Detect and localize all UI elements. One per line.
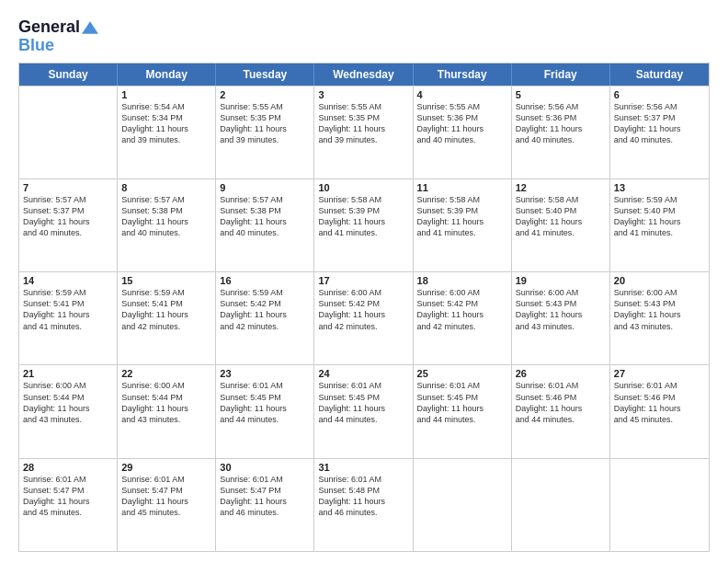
day-number: 17: [318, 275, 408, 286]
day-info: Sunrise: 5:56 AM Sunset: 5:37 PM Dayligh…: [614, 101, 705, 146]
calendar-cell-4: 4Sunrise: 5:55 AM Sunset: 5:36 PM Daylig…: [414, 86, 512, 178]
day-info: Sunrise: 5:58 AM Sunset: 5:39 PM Dayligh…: [318, 194, 408, 239]
calendar-row-1: 1Sunrise: 5:54 AM Sunset: 5:34 PM Daylig…: [19, 86, 709, 178]
day-number: 2: [220, 89, 310, 100]
day-info: Sunrise: 6:00 AM Sunset: 5:43 PM Dayligh…: [614, 287, 705, 332]
day-info: Sunrise: 6:01 AM Sunset: 5:47 PM Dayligh…: [220, 474, 310, 519]
day-info: Sunrise: 5:55 AM Sunset: 5:36 PM Dayligh…: [417, 101, 507, 146]
page: General Blue SundayMondayTuesdayWednesda…: [0, 0, 728, 563]
header-day-monday: Monday: [118, 63, 216, 86]
day-number: 24: [318, 368, 408, 379]
day-info: Sunrise: 5:55 AM Sunset: 5:35 PM Dayligh…: [318, 101, 408, 146]
calendar-cell-5: 5Sunrise: 5:56 AM Sunset: 5:36 PM Daylig…: [512, 86, 610, 178]
day-number: 27: [614, 368, 705, 379]
day-number: 23: [220, 368, 310, 379]
day-info: Sunrise: 6:00 AM Sunset: 5:42 PM Dayligh…: [318, 287, 408, 332]
calendar-body: 1Sunrise: 5:54 AM Sunset: 5:34 PM Daylig…: [19, 86, 709, 551]
header-day-tuesday: Tuesday: [216, 63, 314, 86]
calendar-cell-13: 13Sunrise: 5:59 AM Sunset: 5:40 PM Dayli…: [610, 179, 709, 271]
header-day-thursday: Thursday: [414, 63, 512, 86]
calendar-row-2: 7Sunrise: 5:57 AM Sunset: 5:37 PM Daylig…: [19, 178, 709, 271]
day-info: Sunrise: 6:01 AM Sunset: 5:46 PM Dayligh…: [614, 380, 705, 425]
calendar-cell-10: 10Sunrise: 5:58 AM Sunset: 5:39 PM Dayli…: [314, 179, 413, 271]
day-number: 28: [23, 462, 113, 473]
header: General Blue: [18, 15, 710, 55]
calendar-cell-9: 9Sunrise: 5:57 AM Sunset: 5:38 PM Daylig…: [216, 179, 314, 271]
day-info: Sunrise: 6:01 AM Sunset: 5:47 PM Dayligh…: [121, 474, 211, 519]
day-number: 30: [220, 462, 310, 473]
calendar-row-5: 28Sunrise: 6:01 AM Sunset: 5:47 PM Dayli…: [19, 458, 709, 551]
day-number: 26: [516, 368, 606, 379]
day-number: 8: [121, 182, 211, 193]
calendar-cell-28: 28Sunrise: 6:01 AM Sunset: 5:47 PM Dayli…: [19, 459, 118, 551]
calendar-cell-16: 16Sunrise: 5:59 AM Sunset: 5:42 PM Dayli…: [216, 272, 314, 364]
calendar-cell-12: 12Sunrise: 5:58 AM Sunset: 5:40 PM Dayli…: [512, 179, 610, 271]
day-number: 9: [220, 182, 310, 193]
day-info: Sunrise: 6:00 AM Sunset: 5:44 PM Dayligh…: [121, 380, 211, 425]
day-info: Sunrise: 6:00 AM Sunset: 5:42 PM Dayligh…: [417, 287, 507, 332]
calendar-cell-1: 1Sunrise: 5:54 AM Sunset: 5:34 PM Daylig…: [118, 86, 216, 178]
calendar-cell-8: 8Sunrise: 5:57 AM Sunset: 5:38 PM Daylig…: [118, 179, 216, 271]
calendar-cell-18: 18Sunrise: 6:00 AM Sunset: 5:42 PM Dayli…: [414, 272, 512, 364]
day-info: Sunrise: 5:58 AM Sunset: 5:40 PM Dayligh…: [516, 194, 606, 239]
calendar-cell-30: 30Sunrise: 6:01 AM Sunset: 5:47 PM Dayli…: [216, 459, 314, 551]
calendar-cell-3: 3Sunrise: 5:55 AM Sunset: 5:35 PM Daylig…: [314, 86, 413, 178]
calendar-cell-21: 21Sunrise: 6:00 AM Sunset: 5:44 PM Dayli…: [19, 365, 118, 457]
logo: General Blue: [18, 18, 98, 55]
header-day-saturday: Saturday: [610, 63, 709, 86]
day-number: 15: [121, 275, 211, 286]
day-number: 7: [23, 182, 113, 193]
calendar-cell-22: 22Sunrise: 6:00 AM Sunset: 5:44 PM Dayli…: [118, 365, 216, 457]
calendar-header-row: SundayMondayTuesdayWednesdayThursdayFrid…: [19, 63, 709, 86]
calendar: SundayMondayTuesdayWednesdayThursdayFrid…: [18, 63, 710, 552]
calendar-cell-23: 23Sunrise: 6:01 AM Sunset: 5:45 PM Dayli…: [216, 365, 314, 457]
calendar-cell-14: 14Sunrise: 5:59 AM Sunset: 5:41 PM Dayli…: [19, 272, 118, 364]
calendar-cell-24: 24Sunrise: 6:01 AM Sunset: 5:45 PM Dayli…: [314, 365, 413, 457]
logo-text-blue: Blue: [18, 37, 98, 55]
day-number: 20: [614, 275, 705, 286]
day-number: 21: [23, 368, 113, 379]
day-info: Sunrise: 6:01 AM Sunset: 5:45 PM Dayligh…: [220, 380, 310, 425]
day-info: Sunrise: 5:57 AM Sunset: 5:38 PM Dayligh…: [121, 194, 211, 239]
logo-text-general: General: [18, 18, 80, 37]
calendar-cell-20: 20Sunrise: 6:00 AM Sunset: 5:43 PM Dayli…: [610, 272, 709, 364]
calendar-cell-2: 2Sunrise: 5:55 AM Sunset: 5:35 PM Daylig…: [216, 86, 314, 178]
day-number: 5: [516, 89, 606, 100]
day-number: 10: [318, 182, 408, 193]
calendar-cell-6: 6Sunrise: 5:56 AM Sunset: 5:37 PM Daylig…: [610, 86, 709, 178]
calendar-cell-15: 15Sunrise: 5:59 AM Sunset: 5:41 PM Dayli…: [118, 272, 216, 364]
day-number: 3: [318, 89, 408, 100]
day-number: 6: [614, 89, 705, 100]
svg-marker-0: [82, 21, 98, 34]
day-info: Sunrise: 6:00 AM Sunset: 5:44 PM Dayligh…: [23, 380, 113, 425]
day-info: Sunrise: 5:59 AM Sunset: 5:41 PM Dayligh…: [23, 287, 113, 332]
day-number: 1: [121, 89, 211, 100]
day-info: Sunrise: 5:59 AM Sunset: 5:40 PM Dayligh…: [614, 194, 705, 239]
calendar-row-4: 21Sunrise: 6:00 AM Sunset: 5:44 PM Dayli…: [19, 364, 709, 457]
day-info: Sunrise: 5:57 AM Sunset: 5:37 PM Dayligh…: [23, 194, 113, 239]
day-number: 13: [614, 182, 705, 193]
calendar-cell-empty-4-4: [414, 459, 512, 551]
day-number: 14: [23, 275, 113, 286]
calendar-cell-empty-4-5: [512, 459, 610, 551]
day-info: Sunrise: 5:54 AM Sunset: 5:34 PM Dayligh…: [121, 101, 211, 146]
day-info: Sunrise: 6:01 AM Sunset: 5:47 PM Dayligh…: [23, 474, 113, 519]
header-day-sunday: Sunday: [19, 63, 118, 86]
calendar-row-3: 14Sunrise: 5:59 AM Sunset: 5:41 PM Dayli…: [19, 271, 709, 364]
header-day-friday: Friday: [512, 63, 610, 86]
day-info: Sunrise: 6:00 AM Sunset: 5:43 PM Dayligh…: [516, 287, 606, 332]
day-info: Sunrise: 5:59 AM Sunset: 5:42 PM Dayligh…: [220, 287, 310, 332]
day-number: 22: [121, 368, 211, 379]
calendar-cell-27: 27Sunrise: 6:01 AM Sunset: 5:46 PM Dayli…: [610, 365, 709, 457]
day-number: 25: [417, 368, 507, 379]
day-info: Sunrise: 5:58 AM Sunset: 5:39 PM Dayligh…: [417, 194, 507, 239]
day-number: 18: [417, 275, 507, 286]
day-number: 11: [417, 182, 507, 193]
calendar-cell-empty-0-0: [19, 86, 118, 178]
day-info: Sunrise: 5:56 AM Sunset: 5:36 PM Dayligh…: [516, 101, 606, 146]
day-info: Sunrise: 6:01 AM Sunset: 5:46 PM Dayligh…: [516, 380, 606, 425]
day-number: 16: [220, 275, 310, 286]
calendar-cell-29: 29Sunrise: 6:01 AM Sunset: 5:47 PM Dayli…: [118, 459, 216, 551]
logo-icon: [82, 19, 98, 36]
calendar-cell-7: 7Sunrise: 5:57 AM Sunset: 5:37 PM Daylig…: [19, 179, 118, 271]
